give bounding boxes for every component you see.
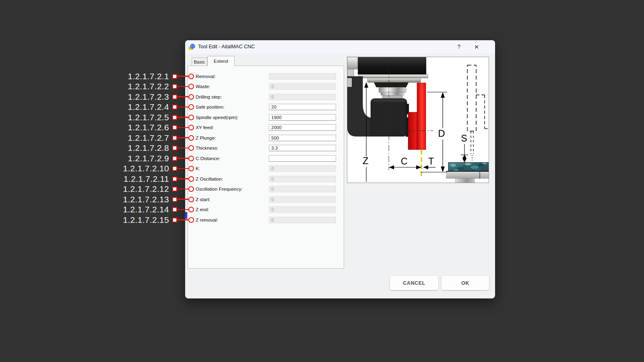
form-row: Z removal: — [196, 216, 353, 224]
annotation-square-marker — [172, 84, 177, 89]
field-input — [269, 73, 336, 80]
annotation-number: 1.2.1.7.2.5 — [117, 113, 169, 122]
annotation-square-marker — [172, 105, 177, 109]
field-label: Removal: — [196, 72, 216, 80]
form-row: Z start: — [196, 195, 353, 204]
field-label: Z Plunge: — [196, 134, 216, 142]
annotation-row: 1.2.1.7.2.11 — [117, 175, 195, 183]
form-row: C Distance: — [196, 154, 353, 162]
annotation-row: 1.2.1.7.2.3 — [117, 93, 195, 101]
annotation-square-marker — [172, 95, 177, 99]
annotation-row: 1.2.1.7.2.8 — [117, 144, 195, 152]
field-label: Thickness: — [196, 144, 218, 152]
annotation-square-marker — [172, 197, 177, 202]
annotation-square-marker — [172, 166, 177, 171]
annotation-number: 1.2.1.7.2.8 — [117, 143, 169, 153]
annotation-square-marker — [172, 115, 177, 120]
field-label: K: — [196, 165, 200, 173]
field-input[interactable] — [269, 124, 336, 131]
field-label: Waste: — [196, 82, 210, 90]
annotation-number: 1.2.1.7.2.10 — [117, 164, 169, 173]
annotation-number: 1.2.1.7.2.7 — [117, 133, 169, 143]
field-input[interactable] — [269, 155, 336, 162]
annotation-number: 1.2.1.7.2.6 — [117, 123, 169, 132]
form-row: Z Plunge: — [196, 134, 353, 142]
form-row: Removal: — [196, 72, 353, 80]
form-row: Safe position: — [196, 103, 353, 111]
field-label: XY feed: — [196, 123, 214, 132]
annotation-square-marker — [172, 218, 177, 222]
annotation-square-marker — [172, 136, 177, 140]
field-input — [269, 176, 336, 182]
field-label: Drilling step: — [196, 93, 222, 101]
form-row: K: — [196, 165, 353, 173]
annotation-row: 1.2.1.7.2.12 — [117, 185, 195, 193]
annotation-square-marker — [172, 177, 177, 181]
annotation-square-marker — [172, 187, 177, 191]
annotation-number: 1.2.1.7.2.2 — [117, 82, 169, 91]
annotation-number: 1.2.1.7.2.3 — [117, 92, 169, 102]
annotation-row: 1.2.1.7.2.5 — [117, 113, 195, 121]
annotation-row: 1.2.1.7.2.1 — [117, 72, 195, 80]
field-input[interactable] — [269, 145, 336, 151]
tab-extend[interactable]: Extend — [207, 56, 235, 66]
form-row: Z end: — [196, 206, 353, 214]
field-input — [269, 196, 336, 203]
form-row: Thickness: — [196, 144, 353, 152]
form-row: Oscillation Frequency: — [196, 185, 353, 193]
annotation-number: 1.2.1.7.2.1 — [117, 72, 169, 81]
field-label: Z removal: — [196, 216, 218, 224]
form-row: Drilling step: — [196, 93, 353, 101]
annotation-square-marker — [172, 156, 177, 161]
annotation-square-marker — [172, 74, 177, 79]
field-label: Z end: — [196, 206, 209, 214]
annotation-row: 1.2.1.7.2.13 — [117, 195, 195, 204]
form-row: Spindle speed(rpm): — [196, 113, 353, 121]
annotation-number: 1.2.1.7.2.11 — [117, 174, 169, 184]
annotation-square-marker — [172, 125, 177, 130]
field-label: Z start: — [196, 195, 211, 204]
field-label: C Distance: — [196, 154, 220, 162]
annotation-square-marker — [172, 207, 177, 212]
annotation-number: 1.2.1.7.2.12 — [117, 184, 169, 194]
annotation-row: 1.2.1.7.2.14 — [117, 206, 195, 214]
annotation-square-marker — [172, 146, 177, 150]
field-input — [269, 165, 336, 172]
annotation-row: 1.2.1.7.2.9 — [117, 154, 195, 162]
annotation-number: 1.2.1.7.2.14 — [117, 205, 169, 214]
field-input — [269, 217, 336, 223]
annotation-row: 1.2.1.7.2.4 — [117, 103, 195, 111]
blue-edge-marker — [185, 212, 187, 219]
form-row: XY feed: — [196, 123, 353, 132]
field-input[interactable] — [269, 135, 336, 141]
annotation-row: 1.2.1.7.2.6 — [117, 123, 195, 132]
field-input[interactable] — [269, 104, 336, 110]
form-rows: Removal:Waste:Drilling step:Safe positio… — [185, 40, 495, 298]
annotation-row: 1.2.1.7.2.7 — [117, 134, 195, 142]
field-input[interactable] — [269, 114, 336, 121]
field-input — [269, 186, 336, 192]
annotation-row: 1.2.1.7.2.15 — [117, 216, 195, 224]
field-input — [269, 206, 336, 213]
field-label: Spindle speed(rpm): — [196, 113, 238, 121]
annotation-number: 1.2.1.7.2.15 — [117, 215, 169, 225]
annotation-number: 1.2.1.7.2.13 — [117, 195, 169, 204]
annotation-number: 1.2.1.7.2.4 — [117, 102, 169, 112]
tool-edit-dialog: Tool Edit - AitalMAC CNC ? ✕ Basic Exten… — [185, 40, 495, 298]
annotation-number: 1.2.1.7.2.9 — [117, 154, 169, 163]
field-input — [269, 83, 336, 90]
form-row: Z Oscillation: — [196, 175, 353, 183]
annotation-row: 1.2.1.7.2.10 — [117, 165, 195, 173]
desktop-background: Tool Edit - AitalMAC CNC ? ✕ Basic Exten… — [0, 0, 644, 362]
field-label: Oscillation Frequency: — [196, 185, 243, 193]
form-row: Waste: — [196, 82, 353, 90]
field-input — [269, 94, 336, 100]
field-label: Safe position: — [196, 103, 224, 111]
field-label: Z Oscillation: — [196, 175, 223, 183]
annotation-row: 1.2.1.7.2.2 — [117, 82, 195, 90]
